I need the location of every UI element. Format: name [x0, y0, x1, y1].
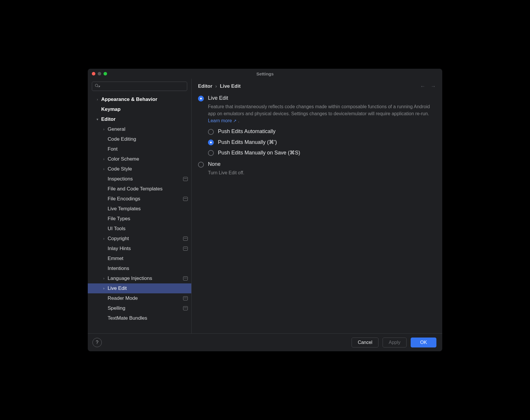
- tree-item-label: Font: [108, 146, 118, 152]
- sub-options: Push Edits Automatically Push Edits Manu…: [208, 128, 436, 156]
- radio-icon[interactable]: [208, 129, 214, 135]
- option-push-manual[interactable]: Push Edits Manually (⌘'): [208, 139, 436, 145]
- tree-item-label: Inspections: [108, 176, 133, 182]
- tree-item-label: Language Injections: [108, 276, 152, 281]
- option-push-on-save[interactable]: Push Edits Manually on Save (⌘S): [208, 149, 436, 156]
- external-link-icon: ↗: [233, 118, 237, 123]
- tree-item-label: Code Style: [108, 166, 132, 172]
- tree-item-code-editing[interactable]: Code Editing: [88, 134, 191, 144]
- nav-forward-icon[interactable]: →: [431, 83, 436, 89]
- sidebar: ▾ ›Appearance & BehaviorKeymap▾Editor›Ge…: [88, 79, 192, 333]
- tree-item-inlay-hints[interactable]: Inlay Hints: [88, 244, 191, 254]
- tree-item-language-injections[interactable]: ›Language Injections: [88, 273, 191, 283]
- radio-icon[interactable]: [198, 162, 204, 168]
- tree-item-label: File Encodings: [108, 196, 140, 202]
- svg-point-0: [95, 84, 98, 87]
- project-scope-icon: [183, 296, 188, 300]
- tree-item-label: UI Tools: [108, 226, 125, 232]
- settings-window: Settings ▾ ›Appearance & BehaviorKeymap▾…: [87, 68, 443, 352]
- footer: ? Cancel Apply OK: [88, 333, 442, 351]
- option-none[interactable]: None: [198, 161, 436, 168]
- project-scope-icon: [183, 237, 188, 241]
- split-pane: ▾ ›Appearance & BehaviorKeymap▾Editor›Ge…: [88, 79, 442, 333]
- tree-item-label: Spelling: [108, 305, 125, 311]
- chevron-right-icon: ›: [102, 157, 106, 161]
- option-label: Live Edit: [208, 95, 228, 101]
- tree-item-inspections[interactable]: Inspections: [88, 174, 191, 184]
- footer-buttons: Cancel Apply OK: [352, 338, 436, 347]
- search-input[interactable]: [101, 84, 185, 89]
- tree-item-label: Keymap: [101, 106, 121, 112]
- tree-item-copyright[interactable]: ›Copyright: [88, 234, 191, 244]
- option-description: Feature that instantaneously reflects co…: [208, 103, 430, 124]
- tree-item-live-edit[interactable]: ›Live Edit: [88, 283, 191, 293]
- tree-item-label: Live Templates: [108, 206, 141, 212]
- chevron-right-icon: ›: [102, 167, 106, 171]
- tree-item-emmet[interactable]: Emmet: [88, 254, 191, 264]
- option-label: Push Edits Manually (⌘'): [218, 139, 277, 145]
- tree-item-textmate-bundles[interactable]: TextMate Bundles: [88, 313, 191, 323]
- tree-item-label: TextMate Bundles: [108, 315, 147, 321]
- option-live-edit[interactable]: Live Edit: [198, 95, 436, 101]
- option-label: Push Edits Manually on Save (⌘S): [218, 149, 300, 156]
- tree-item-label: File and Code Templates: [108, 186, 163, 192]
- tree-item-spelling[interactable]: Spelling: [88, 303, 191, 313]
- close-window-icon[interactable]: [92, 72, 95, 75]
- tree-item-label: File Types: [108, 216, 130, 222]
- chevron-right-icon: ›: [215, 83, 217, 89]
- cancel-button[interactable]: Cancel: [352, 338, 378, 347]
- tree-item-label: Emmet: [108, 256, 123, 261]
- tree-item-file-types[interactable]: File Types: [88, 214, 191, 224]
- project-scope-icon: [183, 197, 188, 201]
- chevron-down-icon: ▾: [95, 117, 99, 121]
- tree-item-label: Reader Mode: [108, 295, 138, 301]
- tree-item-code-style[interactable]: ›Code Style: [88, 164, 191, 174]
- tree-item-keymap[interactable]: Keymap: [88, 104, 191, 114]
- option-push-auto[interactable]: Push Edits Automatically: [208, 128, 436, 135]
- tree-item-intentions[interactable]: Intentions: [88, 264, 191, 273]
- titlebar: Settings: [88, 69, 442, 79]
- apply-button[interactable]: Apply: [383, 338, 407, 347]
- tree-item-file-and-code-templates[interactable]: File and Code Templates: [88, 184, 191, 194]
- settings-tree: ›Appearance & BehaviorKeymap▾Editor›Gene…: [88, 93, 191, 333]
- nav-back-icon[interactable]: ←: [420, 83, 425, 89]
- search-field[interactable]: ▾: [92, 82, 187, 91]
- chevron-right-icon: ›: [102, 127, 106, 131]
- learn-more-link[interactable]: Learn more ↗: [208, 118, 237, 123]
- tree-item-editor[interactable]: ▾Editor: [88, 114, 191, 124]
- chevron-right-icon: ›: [102, 276, 106, 280]
- help-button[interactable]: ?: [92, 338, 102, 347]
- radio-icon[interactable]: [208, 150, 214, 156]
- tree-item-appearance-behavior[interactable]: ›Appearance & Behavior: [88, 94, 191, 104]
- option-label: None: [208, 161, 221, 167]
- tree-item-file-encodings[interactable]: File Encodings: [88, 194, 191, 204]
- tree-item-color-scheme[interactable]: ›Color Scheme: [88, 154, 191, 164]
- tree-item-live-templates[interactable]: Live Templates: [88, 204, 191, 214]
- breadcrumb-leaf: Live Edit: [220, 83, 241, 89]
- tree-item-label: Intentions: [108, 266, 129, 271]
- tree-item-reader-mode[interactable]: Reader Mode: [88, 293, 191, 303]
- chevron-right-icon: ›: [95, 97, 99, 101]
- tree-item-label: General: [108, 126, 125, 132]
- radio-icon[interactable]: [198, 96, 204, 101]
- tree-item-label: Live Edit: [108, 285, 127, 291]
- content-body: Live Edit Feature that instantaneously r…: [192, 94, 442, 333]
- tree-item-ui-tools[interactable]: UI Tools: [88, 224, 191, 234]
- tree-item-label: Code Editing: [108, 136, 136, 142]
- ok-button[interactable]: OK: [411, 338, 436, 347]
- zoom-window-icon[interactable]: [104, 72, 107, 75]
- radio-icon[interactable]: [208, 140, 214, 145]
- tree-item-general[interactable]: ›General: [88, 124, 191, 134]
- project-scope-icon: [183, 306, 188, 310]
- minimize-window-icon[interactable]: [98, 72, 101, 75]
- tree-item-font[interactable]: Font: [88, 144, 191, 154]
- breadcrumb-root[interactable]: Editor: [198, 83, 212, 89]
- project-scope-icon: [183, 276, 188, 280]
- tree-item-label: Appearance & Behavior: [101, 97, 157, 102]
- tree-item-label: Editor: [101, 116, 116, 122]
- tree-item-label: Copyright: [108, 236, 129, 242]
- window-title: Settings: [256, 71, 273, 76]
- project-scope-icon: [183, 177, 188, 181]
- tree-item-label: Color Scheme: [108, 156, 139, 162]
- nav-arrows: ← →: [420, 83, 436, 89]
